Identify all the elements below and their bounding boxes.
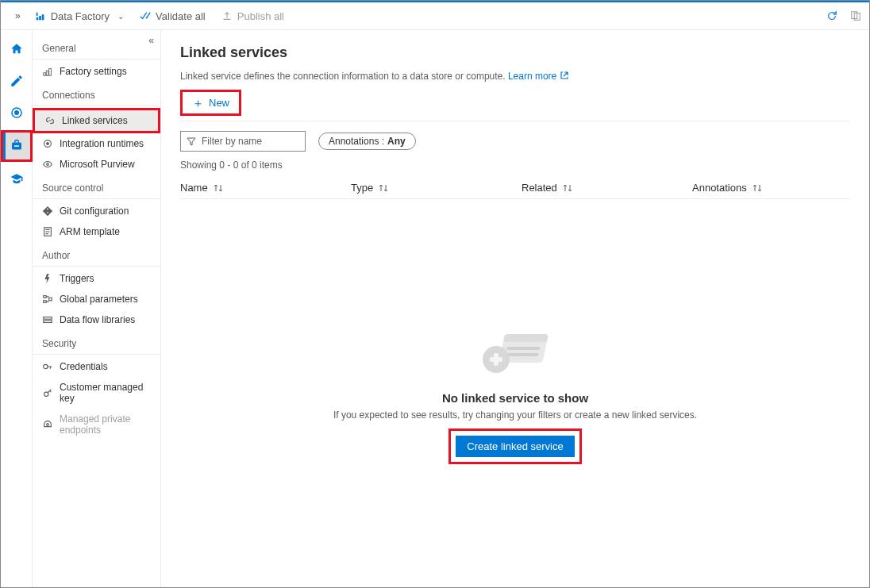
page-description: Linked service defines the connection in… (180, 71, 850, 82)
svg-point-24 (47, 424, 49, 426)
svg-rect-3 (36, 13, 37, 16)
validate-all-button[interactable]: Validate all (132, 10, 214, 22)
sidebar-item-git[interactable]: Git configuration (33, 201, 160, 221)
sidebar-label: Microsoft Purview (60, 159, 135, 170)
sidebar-label: Factory settings (60, 66, 127, 77)
svg-rect-20 (44, 317, 52, 320)
purview-icon (42, 159, 53, 170)
sort-icon (562, 183, 573, 194)
svg-rect-28 (505, 353, 539, 356)
runtime-icon (42, 138, 53, 149)
svg-rect-1 (39, 16, 41, 20)
sidebar-item-global-parameters[interactable]: Global parameters (33, 289, 160, 309)
col-related[interactable]: Related (522, 182, 692, 194)
empty-desc: If you expected to see results, try chan… (333, 409, 697, 421)
sidebar-label: Git configuration (60, 206, 129, 217)
annotations-label: Annotations : (329, 136, 384, 147)
sidebar-label: Managed private endpoints (60, 413, 151, 436)
new-linked-service-button[interactable]: ＋ New (183, 92, 239, 113)
validate-label: Validate all (156, 10, 206, 22)
sidebar-label: Linked services (62, 115, 128, 126)
group-general: General (33, 35, 160, 60)
breadcrumb-data-factory[interactable]: Data Factory ⌄ (27, 10, 132, 22)
page-title: Linked services (180, 44, 850, 61)
svg-rect-9 (14, 145, 19, 147)
sidebar-item-dataflow-libraries[interactable]: Data flow libraries (33, 309, 160, 330)
expand-left-icon[interactable]: » (9, 7, 27, 25)
rail-learn[interactable] (1, 163, 33, 195)
sidebar-label: Data flow libraries (60, 314, 135, 325)
group-author: Author (33, 242, 160, 267)
col-annotations[interactable]: Annotations (692, 182, 850, 194)
group-connections: Connections (33, 82, 160, 106)
group-security: Security (33, 330, 160, 355)
sidebar-item-purview[interactable]: Microsoft Purview (33, 154, 160, 175)
sidebar-item-factory-settings[interactable]: Factory settings (33, 61, 160, 82)
sidebar-item-triggers[interactable]: Triggers (33, 268, 160, 289)
key-icon (42, 387, 53, 398)
svg-rect-31 (490, 357, 502, 362)
refresh-icon[interactable] (826, 10, 837, 21)
publish-label: Publish all (237, 10, 284, 22)
manage-sidebar: « General Factory settings Connections L… (33, 30, 161, 587)
table-header: Name Type Related Annotations (180, 177, 850, 199)
filter-by-name-input[interactable] (180, 131, 306, 152)
factory-icon (35, 10, 46, 21)
top-toolbar: » Data Factory ⌄ Validate all Publish al… (1, 2, 869, 30)
rail-monitor[interactable] (1, 97, 33, 129)
sort-icon (378, 183, 389, 194)
svg-point-22 (44, 364, 48, 368)
svg-rect-0 (36, 17, 38, 21)
upload-icon (221, 10, 233, 21)
rail-author[interactable] (1, 65, 33, 97)
svg-rect-10 (44, 73, 46, 76)
trigger-icon (42, 273, 53, 284)
sidebar-item-integration-runtimes[interactable]: Integration runtimes (33, 133, 160, 154)
left-icon-rail (1, 30, 33, 587)
params-icon (42, 294, 53, 305)
annotations-value: Any (387, 136, 406, 147)
rail-home[interactable] (1, 33, 33, 65)
sidebar-item-cmk[interactable]: Customer managed key (33, 377, 160, 409)
showing-count: Showing 0 - 0 of 0 items (180, 159, 850, 171)
svg-rect-2 (41, 14, 44, 20)
new-label: New (209, 97, 229, 109)
svg-rect-17 (44, 296, 47, 298)
settings-icon (42, 66, 53, 77)
external-link-icon (560, 71, 569, 80)
sort-icon (213, 183, 224, 194)
col-type[interactable]: Type (351, 182, 522, 194)
annotations-filter[interactable]: Annotations : Any (318, 133, 416, 150)
library-icon (42, 314, 53, 325)
svg-point-15 (47, 163, 49, 166)
col-name[interactable]: Name (180, 182, 351, 194)
sidebar-label: Customer managed key (60, 382, 151, 404)
sidebar-label: Triggers (60, 273, 94, 284)
arm-icon (42, 226, 53, 237)
create-linked-service-button[interactable]: Create linked service (456, 436, 574, 457)
svg-rect-27 (506, 347, 541, 350)
svg-rect-12 (49, 69, 52, 76)
git-icon (42, 206, 53, 217)
sidebar-item-credentials[interactable]: Credentials (33, 356, 160, 377)
group-source-control: Source control (33, 175, 160, 199)
feedback-icon[interactable] (850, 10, 861, 21)
sidebar-item-arm-template[interactable]: ARM template (33, 221, 160, 242)
endpoint-icon (42, 419, 53, 430)
svg-rect-21 (44, 321, 52, 323)
svg-rect-18 (44, 301, 47, 303)
empty-illustration (468, 323, 563, 386)
rail-manage[interactable] (1, 130, 33, 162)
link-icon (44, 115, 56, 126)
collapse-sidebar-icon[interactable]: « (148, 35, 154, 46)
svg-point-7 (14, 111, 18, 115)
publish-all-button: Publish all (214, 10, 292, 22)
sidebar-label: Credentials (60, 361, 108, 372)
sidebar-label: Integration runtimes (60, 138, 144, 149)
learn-more-link[interactable]: Learn more (508, 71, 569, 82)
filter-icon (187, 136, 196, 146)
svg-rect-19 (49, 298, 52, 301)
svg-rect-11 (46, 71, 48, 75)
sidebar-item-linked-services[interactable]: Linked services (33, 108, 160, 133)
sort-icon (752, 183, 763, 194)
